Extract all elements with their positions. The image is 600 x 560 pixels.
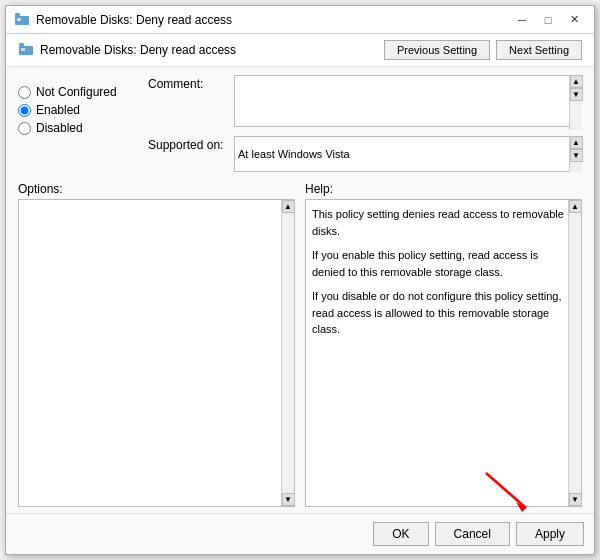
content-area: Not Configured Enabled Disabled Comment: bbox=[6, 67, 594, 513]
radio-not-configured-label: Not Configured bbox=[36, 85, 117, 99]
maximize-button[interactable]: □ bbox=[536, 10, 560, 30]
help-title: Help: bbox=[305, 182, 582, 196]
help-para-2: If you enable this policy setting, read … bbox=[312, 247, 565, 280]
close-button[interactable]: ✕ bbox=[562, 10, 586, 30]
radio-enabled[interactable]: Enabled bbox=[18, 103, 138, 117]
nav-buttons: Previous Setting Next Setting bbox=[384, 40, 582, 60]
supported-label: Supported on: bbox=[148, 136, 228, 152]
help-para-1: This policy setting denies read access t… bbox=[312, 206, 565, 239]
supported-value: At least Windows Vista bbox=[238, 148, 350, 160]
options-box: ▲ ▼ bbox=[18, 199, 295, 507]
comment-row: Comment: ▲ ▼ bbox=[148, 75, 582, 130]
title-bar: Removable Disks: Deny read access ─ □ ✕ bbox=[6, 6, 594, 34]
main-window: Removable Disks: Deny read access ─ □ ✕ … bbox=[5, 5, 595, 555]
title-controls: ─ □ ✕ bbox=[510, 10, 586, 30]
comment-scrollbar: ▲ ▼ bbox=[569, 75, 582, 130]
options-scrollbar: ▲ ▼ bbox=[281, 200, 294, 506]
radio-not-configured[interactable]: Not Configured bbox=[18, 85, 138, 99]
window-icon bbox=[14, 12, 30, 28]
radio-not-configured-input[interactable] bbox=[18, 86, 31, 99]
supported-scrollbar: ▲ ▼ bbox=[569, 136, 582, 172]
cancel-button[interactable]: Cancel bbox=[435, 522, 510, 546]
scroll-up-arrow[interactable]: ▲ bbox=[570, 75, 583, 88]
svg-rect-5 bbox=[19, 43, 24, 46]
radio-enabled-label: Enabled bbox=[36, 103, 80, 117]
comment-label: Comment: bbox=[148, 75, 228, 91]
help-scroll-down[interactable]: ▼ bbox=[569, 493, 582, 506]
top-section: Not Configured Enabled Disabled Comment: bbox=[18, 75, 582, 172]
svg-rect-1 bbox=[17, 18, 21, 21]
radio-enabled-input[interactable] bbox=[18, 104, 31, 117]
help-content: This policy setting denies read access t… bbox=[306, 200, 581, 352]
scroll-down-arrow[interactable]: ▼ bbox=[570, 88, 583, 101]
help-scrollbar: ▲ ▼ bbox=[568, 200, 581, 506]
sup-scroll-up[interactable]: ▲ bbox=[570, 136, 583, 149]
apply-button[interactable]: Apply bbox=[516, 522, 584, 546]
footer: OK Cancel Apply bbox=[6, 513, 594, 554]
comment-textarea[interactable] bbox=[234, 75, 582, 127]
opt-scroll-up[interactable]: ▲ bbox=[282, 200, 295, 213]
header-title-text: Removable Disks: Deny read access bbox=[40, 43, 236, 57]
ok-button[interactable]: OK bbox=[373, 522, 428, 546]
supported-box-wrapper: At least Windows Vista ▲ ▼ bbox=[234, 136, 582, 172]
help-para-3: If you disable or do not configure this … bbox=[312, 288, 565, 338]
radio-disabled[interactable]: Disabled bbox=[18, 121, 138, 135]
header-drive-icon bbox=[18, 42, 34, 58]
window-title: Removable Disks: Deny read access bbox=[36, 13, 232, 27]
supported-row: Supported on: At least Windows Vista ▲ ▼ bbox=[148, 136, 582, 172]
bottom-section: Options: ▲ ▼ Help: This policy setting d… bbox=[18, 182, 582, 507]
header-title-group: Removable Disks: Deny read access bbox=[18, 42, 236, 58]
minimize-button[interactable]: ─ bbox=[510, 10, 534, 30]
comment-box-wrapper: ▲ ▼ bbox=[234, 75, 582, 130]
svg-rect-4 bbox=[21, 48, 25, 51]
help-box: This policy setting denies read access t… bbox=[305, 199, 582, 507]
options-panel: Options: ▲ ▼ bbox=[18, 182, 295, 507]
help-panel: Help: This policy setting denies read ac… bbox=[305, 182, 582, 507]
radio-disabled-label: Disabled bbox=[36, 121, 83, 135]
help-scroll-up[interactable]: ▲ bbox=[569, 200, 582, 213]
sup-scroll-down[interactable]: ▼ bbox=[570, 149, 583, 162]
title-bar-left: Removable Disks: Deny read access bbox=[14, 12, 232, 28]
header-bar: Removable Disks: Deny read access Previo… bbox=[6, 34, 594, 67]
supported-textbox: At least Windows Vista bbox=[234, 136, 582, 172]
radio-group: Not Configured Enabled Disabled bbox=[18, 75, 138, 172]
opt-scroll-down[interactable]: ▼ bbox=[282, 493, 295, 506]
right-panels: Comment: ▲ ▼ Supported on: At least Wind… bbox=[148, 75, 582, 172]
svg-rect-2 bbox=[15, 13, 20, 16]
radio-disabled-input[interactable] bbox=[18, 122, 31, 135]
next-setting-button[interactable]: Next Setting bbox=[496, 40, 582, 60]
options-title: Options: bbox=[18, 182, 295, 196]
previous-setting-button[interactable]: Previous Setting bbox=[384, 40, 490, 60]
